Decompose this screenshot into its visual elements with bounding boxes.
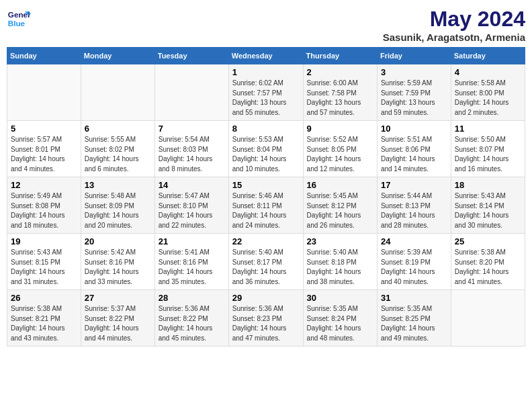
day-info: Sunrise: 5:52 AMSunset: 8:05 PMDaylight:…: [307, 135, 373, 174]
table-row: 13Sunrise: 5:48 AMSunset: 8:09 PMDayligh…: [81, 177, 154, 234]
svg-text:Blue: Blue: [8, 19, 26, 28]
day-number: 24: [381, 236, 447, 246]
table-row: 4Sunrise: 5:58 AMSunset: 8:00 PMDaylight…: [451, 64, 525, 121]
table-row: 17Sunrise: 5:44 AMSunset: 8:13 PMDayligh…: [377, 177, 451, 234]
table-row: 24Sunrise: 5:39 AMSunset: 8:19 PMDayligh…: [377, 234, 451, 290]
table-row: 21Sunrise: 5:41 AMSunset: 8:16 PMDayligh…: [154, 234, 228, 290]
day-number: 28: [159, 293, 225, 303]
day-number: 12: [11, 180, 77, 190]
day-info: Sunrise: 5:39 AMSunset: 8:19 PMDaylight:…: [381, 248, 447, 287]
day-number: 20: [85, 236, 151, 246]
day-info: Sunrise: 5:57 AMSunset: 8:01 PMDaylight:…: [11, 135, 77, 174]
header-friday: Friday: [377, 48, 451, 64]
day-number: 9: [307, 124, 373, 134]
day-number: 29: [232, 293, 300, 303]
day-info: Sunrise: 5:58 AMSunset: 8:00 PMDaylight:…: [455, 79, 521, 118]
svg-text:General: General: [8, 10, 31, 19]
table-row: 3Sunrise: 5:59 AMSunset: 7:59 PMDaylight…: [377, 64, 451, 121]
table-row: 11Sunrise: 5:50 AMSunset: 8:07 PMDayligh…: [451, 121, 525, 177]
logo-icon: General Blue: [7, 7, 31, 31]
day-info: Sunrise: 5:37 AMSunset: 8:22 PMDaylight:…: [85, 304, 151, 343]
day-info: Sunrise: 5:55 AMSunset: 8:02 PMDaylight:…: [85, 135, 151, 174]
table-row: 27Sunrise: 5:37 AMSunset: 8:22 PMDayligh…: [81, 290, 154, 347]
day-info: Sunrise: 5:46 AMSunset: 8:11 PMDaylight:…: [232, 191, 300, 230]
table-row: 14Sunrise: 5:47 AMSunset: 8:10 PMDayligh…: [154, 177, 228, 234]
table-row: 7Sunrise: 5:54 AMSunset: 8:03 PMDaylight…: [154, 121, 228, 177]
day-info: Sunrise: 5:42 AMSunset: 8:16 PMDaylight:…: [85, 248, 151, 287]
header-tuesday: Tuesday: [154, 48, 228, 64]
table-row: 19Sunrise: 5:43 AMSunset: 8:15 PMDayligh…: [7, 234, 81, 290]
table-row: 5Sunrise: 5:57 AMSunset: 8:01 PMDaylight…: [7, 121, 81, 177]
table-row: 12Sunrise: 5:49 AMSunset: 8:08 PMDayligh…: [7, 177, 81, 234]
day-number: 7: [159, 124, 225, 134]
day-number: 25: [455, 236, 521, 246]
day-number: 6: [85, 124, 151, 134]
table-row: 15Sunrise: 5:46 AMSunset: 8:11 PMDayligh…: [228, 177, 303, 234]
day-number: 27: [85, 293, 151, 303]
day-number: 19: [11, 236, 77, 246]
day-info: Sunrise: 5:43 AMSunset: 8:14 PMDaylight:…: [455, 191, 521, 230]
table-row: 2Sunrise: 6:00 AMSunset: 7:58 PMDaylight…: [303, 64, 377, 121]
table-row: 22Sunrise: 5:40 AMSunset: 8:17 PMDayligh…: [228, 234, 303, 290]
day-number: 18: [455, 180, 521, 190]
calendar-week-row: 1Sunrise: 6:02 AMSunset: 7:57 PMDaylight…: [7, 64, 525, 121]
day-number: 2: [307, 67, 373, 77]
day-info: Sunrise: 5:54 AMSunset: 8:03 PMDaylight:…: [159, 135, 225, 174]
day-number: 5: [11, 124, 77, 134]
table-row: [154, 64, 228, 121]
day-number: 10: [381, 124, 447, 134]
calendar-header-row: Sunday Monday Tuesday Wednesday Thursday…: [7, 48, 525, 64]
day-info: Sunrise: 5:36 AMSunset: 8:23 PMDaylight:…: [232, 304, 300, 343]
day-info: Sunrise: 5:41 AMSunset: 8:16 PMDaylight:…: [159, 248, 225, 287]
table-row: 30Sunrise: 5:35 AMSunset: 8:24 PMDayligh…: [303, 290, 377, 347]
table-row: [81, 64, 154, 121]
table-row: 9Sunrise: 5:52 AMSunset: 8:05 PMDaylight…: [303, 121, 377, 177]
table-row: 23Sunrise: 5:40 AMSunset: 8:18 PMDayligh…: [303, 234, 377, 290]
day-number: 23: [307, 236, 373, 246]
day-number: 13: [85, 180, 151, 190]
day-info: Sunrise: 5:45 AMSunset: 8:12 PMDaylight:…: [307, 191, 373, 230]
calendar-title: May 2024: [383, 7, 525, 32]
day-info: Sunrise: 5:59 AMSunset: 7:59 PMDaylight:…: [381, 79, 447, 118]
day-info: Sunrise: 5:36 AMSunset: 8:22 PMDaylight:…: [159, 304, 225, 343]
day-info: Sunrise: 5:35 AMSunset: 8:24 PMDaylight:…: [307, 304, 373, 343]
day-number: 21: [159, 236, 225, 246]
day-info: Sunrise: 5:48 AMSunset: 8:09 PMDaylight:…: [85, 191, 151, 230]
day-info: Sunrise: 5:38 AMSunset: 8:20 PMDaylight:…: [455, 248, 521, 287]
table-row: 28Sunrise: 5:36 AMSunset: 8:22 PMDayligh…: [154, 290, 228, 347]
day-info: Sunrise: 5:40 AMSunset: 8:17 PMDaylight:…: [232, 248, 300, 287]
header-wednesday: Wednesday: [228, 48, 303, 64]
day-number: 16: [307, 180, 373, 190]
day-info: Sunrise: 5:38 AMSunset: 8:21 PMDaylight:…: [11, 304, 77, 343]
calendar-table: Sunday Monday Tuesday Wednesday Thursday…: [7, 47, 525, 347]
day-info: Sunrise: 5:50 AMSunset: 8:07 PMDaylight:…: [455, 135, 521, 174]
day-number: 26: [11, 293, 77, 303]
table-row: 20Sunrise: 5:42 AMSunset: 8:16 PMDayligh…: [81, 234, 154, 290]
table-row: 16Sunrise: 5:45 AMSunset: 8:12 PMDayligh…: [303, 177, 377, 234]
day-info: Sunrise: 5:47 AMSunset: 8:10 PMDaylight:…: [159, 191, 225, 230]
day-number: 15: [232, 180, 300, 190]
day-number: 14: [159, 180, 225, 190]
page-header: General Blue May 2024 Sasunik, Aragatsot…: [7, 7, 525, 43]
day-number: 22: [232, 236, 300, 246]
logo: General Blue: [7, 7, 31, 31]
table-row: 25Sunrise: 5:38 AMSunset: 8:20 PMDayligh…: [451, 234, 525, 290]
table-row: [7, 64, 81, 121]
day-info: Sunrise: 5:53 AMSunset: 8:04 PMDaylight:…: [232, 135, 300, 174]
table-row: [451, 290, 525, 347]
day-info: Sunrise: 6:02 AMSunset: 7:57 PMDaylight:…: [232, 79, 300, 118]
day-info: Sunrise: 5:43 AMSunset: 8:15 PMDaylight:…: [11, 248, 77, 287]
day-info: Sunrise: 5:35 AMSunset: 8:25 PMDaylight:…: [381, 304, 447, 343]
day-number: 1: [232, 67, 300, 77]
calendar-week-row: 12Sunrise: 5:49 AMSunset: 8:08 PMDayligh…: [7, 177, 525, 234]
table-row: 10Sunrise: 5:51 AMSunset: 8:06 PMDayligh…: [377, 121, 451, 177]
header-sunday: Sunday: [7, 48, 81, 64]
calendar-week-row: 19Sunrise: 5:43 AMSunset: 8:15 PMDayligh…: [7, 234, 525, 290]
day-info: Sunrise: 5:51 AMSunset: 8:06 PMDaylight:…: [381, 135, 447, 174]
table-row: 31Sunrise: 5:35 AMSunset: 8:25 PMDayligh…: [377, 290, 451, 347]
day-info: Sunrise: 6:00 AMSunset: 7:58 PMDaylight:…: [307, 79, 373, 118]
calendar-week-row: 5Sunrise: 5:57 AMSunset: 8:01 PMDaylight…: [7, 121, 525, 177]
header-monday: Monday: [81, 48, 154, 64]
day-number: 8: [232, 124, 300, 134]
calendar-subtitle: Sasunik, Aragatsotn, Armenia: [383, 32, 525, 43]
